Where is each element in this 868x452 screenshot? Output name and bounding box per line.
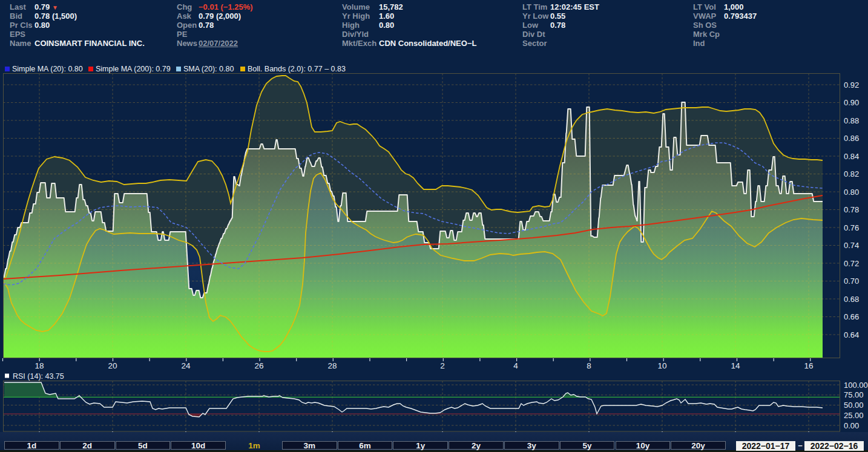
- svg-text:20: 20: [108, 361, 117, 370]
- svg-text:25.00: 25.00: [844, 411, 864, 420]
- svg-text:16: 16: [804, 361, 813, 370]
- svg-text:26: 26: [254, 361, 263, 370]
- svg-text:0.76: 0.76: [844, 223, 859, 232]
- svg-text:10: 10: [657, 361, 666, 370]
- svg-text:2: 2: [440, 361, 445, 370]
- svg-text:75.00: 75.00: [844, 390, 864, 399]
- svg-text:0.88: 0.88: [844, 116, 859, 125]
- svg-text:0.00: 0.00: [844, 421, 859, 430]
- svg-text:50.00: 50.00: [844, 401, 864, 410]
- svg-text:14: 14: [731, 361, 740, 370]
- svg-text:0.80: 0.80: [844, 188, 859, 197]
- svg-text:0.64: 0.64: [844, 330, 859, 339]
- svg-text:8: 8: [587, 361, 591, 370]
- svg-text:0.74: 0.74: [844, 241, 859, 250]
- svg-text:0.92: 0.92: [844, 80, 859, 90]
- svg-text:0.70: 0.70: [844, 277, 859, 286]
- svg-text:0.86: 0.86: [844, 134, 859, 143]
- svg-text:18: 18: [35, 361, 44, 370]
- svg-text:0.66: 0.66: [844, 312, 859, 321]
- svg-text:0.84: 0.84: [844, 152, 859, 161]
- svg-text:RSI (14): 43.75: RSI (14): 43.75: [13, 372, 64, 381]
- svg-text:0.72: 0.72: [844, 259, 859, 268]
- svg-text:0.82: 0.82: [844, 169, 859, 179]
- svg-text:0.78: 0.78: [844, 205, 859, 214]
- svg-text:4: 4: [513, 361, 518, 370]
- svg-text:100.00: 100.00: [844, 381, 868, 390]
- svg-text:24: 24: [181, 361, 191, 370]
- svg-text:28: 28: [327, 361, 337, 370]
- svg-text:0.90: 0.90: [844, 98, 859, 107]
- svg-text:0.68: 0.68: [844, 295, 859, 304]
